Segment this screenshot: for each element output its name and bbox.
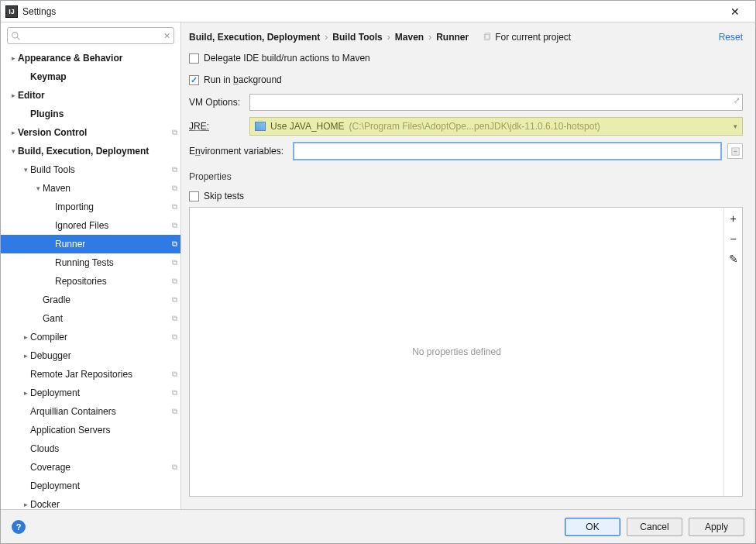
tree-node-build-tools[interactable]: ▾Build Tools⧉	[1, 160, 180, 179]
copy-icon	[483, 33, 492, 42]
env-browse-button[interactable]	[727, 143, 743, 159]
vm-options-input-wrap[interactable]: ⤢	[249, 94, 743, 111]
tree-node-compiler[interactable]: ▸Compiler⧉	[1, 328, 180, 346]
svg-line-1	[17, 37, 19, 40]
delegate-checkbox-row[interactable]: Delegate IDE build/run actions to Maven	[189, 50, 743, 66]
chevron-down-icon: ▾	[21, 166, 30, 174]
skip-tests-row[interactable]: Skip tests	[189, 188, 743, 204]
tree-node-build-execution-deployment[interactable]: ▾Build, Execution, Deployment	[1, 142, 180, 160]
background-checkbox[interactable]	[189, 75, 199, 85]
vm-options-label: VM Options:	[189, 97, 243, 108]
copy-scope-icon: ⧉	[168, 388, 180, 398]
breadcrumb: Build, Execution, Deployment›Build Tools…	[189, 32, 469, 43]
delegate-label: Delegate IDE build/run actions to Maven	[204, 53, 370, 64]
remove-button[interactable]: −	[730, 232, 736, 245]
tree-node-runner[interactable]: Runner⧉	[1, 235, 180, 253]
env-input[interactable]	[297, 146, 718, 157]
breadcrumb-item[interactable]: Runner	[436, 32, 469, 43]
tree-node-debugger[interactable]: ▸Debugger	[1, 346, 180, 365]
settings-sidebar: ⨯ ▸Appearance & BehaviorKeymap▸EditorPlu…	[1, 22, 181, 509]
tree-node-deployment[interactable]: Deployment	[1, 477, 180, 495]
tree-node-label: Application Servers	[30, 425, 168, 436]
tree-node-gradle[interactable]: Gradle⧉	[1, 291, 180, 309]
tree-node-label: Ignored Files	[55, 220, 168, 231]
tree-node-importing[interactable]: Importing⧉	[1, 198, 180, 216]
tree-node-label: Maven	[43, 183, 168, 194]
copy-scope-icon: ⧉	[168, 202, 180, 212]
copy-scope-icon: ⧉	[168, 221, 180, 230]
breadcrumb-item[interactable]: Build, Execution, Deployment	[189, 32, 320, 43]
chevron-right-icon: ▸	[9, 54, 18, 62]
tree-node-appearance-behavior[interactable]: ▸Appearance & Behavior	[1, 49, 180, 67]
tree-node-maven[interactable]: ▾Maven⧉	[1, 179, 180, 198]
tree-node-remote-jar-repositories[interactable]: Remote Jar Repositories⧉	[1, 365, 180, 384]
vm-options-input[interactable]	[253, 97, 739, 108]
search-input[interactable]	[24, 30, 163, 41]
tree-node-label: Version Control	[18, 127, 168, 138]
tree-node-label: Build, Execution, Deployment	[18, 146, 168, 157]
jdk-icon	[255, 122, 266, 131]
tree-node-arquillian-containers[interactable]: Arquillian Containers⧉	[1, 402, 180, 421]
tree-node-label: Coverage	[30, 462, 168, 473]
copy-scope-icon: ⧉	[168, 463, 180, 472]
delegate-checkbox[interactable]	[189, 53, 199, 64]
chevron-right-icon: ▸	[21, 333, 30, 341]
reset-link[interactable]: Reset	[719, 32, 743, 43]
jre-value: Use JAVA_HOME	[270, 121, 345, 132]
env-input-wrap[interactable]	[293, 142, 722, 160]
tree-node-clouds[interactable]: Clouds	[1, 439, 180, 458]
tree-node-repositories[interactable]: Repositories⧉	[1, 272, 180, 291]
breadcrumb-item[interactable]: Maven	[395, 32, 424, 43]
expand-icon[interactable]: ⤢	[734, 96, 740, 105]
skip-tests-checkbox[interactable]	[189, 191, 199, 201]
settings-tree[interactable]: ▸Appearance & BehaviorKeymap▸EditorPlugi…	[1, 49, 180, 509]
copy-scope-icon: ⧉	[168, 165, 180, 174]
help-button[interactable]: ?	[12, 520, 26, 534]
background-checkbox-row[interactable]: Run in background	[189, 72, 743, 88]
tree-node-label: Gant	[43, 313, 168, 324]
search-box[interactable]: ⨯	[7, 27, 174, 44]
copy-scope-icon: ⧉	[168, 128, 180, 137]
tree-node-gant[interactable]: Gant⧉	[1, 309, 180, 328]
search-icon	[11, 31, 21, 41]
clear-search-icon[interactable]: ⨯	[163, 31, 170, 41]
tree-node-version-control[interactable]: ▸Version Control⧉	[1, 123, 180, 142]
dialog-footer: ? OK Cancel Apply	[1, 509, 755, 543]
tree-node-plugins[interactable]: Plugins	[1, 105, 180, 123]
close-button[interactable]: ✕	[720, 5, 751, 18]
chevron-right-icon: ▸	[21, 389, 30, 397]
properties-label: Properties	[189, 171, 743, 182]
breadcrumb-item[interactable]: Build Tools	[332, 32, 382, 43]
jre-field: JRE: Use JAVA_HOME (C:\Program Files\Ado…	[189, 117, 743, 136]
tree-node-label: Plugins	[30, 108, 168, 119]
properties-empty-text: No properties defined	[190, 208, 723, 496]
copy-scope-icon: ⧉	[168, 407, 180, 416]
properties-toolbar: + − ✎	[723, 208, 742, 496]
cancel-button[interactable]: Cancel	[627, 518, 682, 536]
tree-node-running-tests[interactable]: Running Tests⧉	[1, 253, 180, 272]
tree-node-ignored-files[interactable]: Ignored Files⧉	[1, 216, 180, 235]
app-icon: IJ	[5, 5, 18, 18]
tree-node-application-servers[interactable]: Application Servers	[1, 421, 180, 439]
tree-node-label: Gradle	[43, 294, 168, 305]
jre-dropdown[interactable]: Use JAVA_HOME (C:\Program Files\AdoptOpe…	[249, 117, 743, 136]
tree-node-keymap[interactable]: Keymap	[1, 67, 180, 86]
properties-panel: No properties defined + − ✎	[189, 207, 743, 497]
tree-node-label: Remote Jar Repositories	[30, 369, 168, 380]
tree-node-editor[interactable]: ▸Editor	[1, 86, 180, 105]
apply-button[interactable]: Apply	[689, 518, 744, 536]
vm-options-field: VM Options: ⤢	[189, 94, 743, 111]
env-field: Environment variables:	[189, 142, 743, 160]
tree-node-label: Deployment	[30, 480, 168, 491]
tree-node-deployment[interactable]: ▸Deployment⧉	[1, 384, 180, 402]
add-button[interactable]: +	[730, 212, 736, 225]
chevron-right-icon: ▸	[9, 129, 18, 136]
breadcrumb-separator: ›	[325, 32, 328, 43]
tree-node-label: Editor	[18, 90, 168, 101]
edit-button[interactable]: ✎	[729, 253, 738, 265]
chevron-down-icon: ▾	[734, 122, 737, 130]
tree-node-coverage[interactable]: Coverage⧉	[1, 458, 180, 477]
ok-button[interactable]: OK	[565, 518, 620, 536]
tree-node-docker[interactable]: ▸Docker	[1, 495, 180, 509]
background-label: Run in background	[204, 74, 282, 85]
